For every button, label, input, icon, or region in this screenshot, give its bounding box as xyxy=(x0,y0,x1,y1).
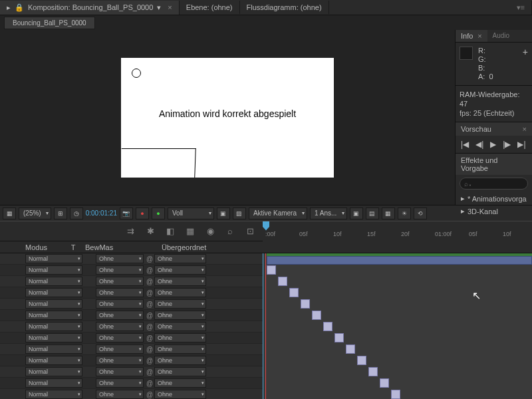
layer-row[interactable]: NormalOhne@Ohne xyxy=(0,253,263,265)
current-time-line[interactable] xyxy=(265,253,266,399)
layer-bar[interactable] xyxy=(267,265,276,275)
layer-bar[interactable] xyxy=(391,390,400,399)
panel-menu-icon[interactable]: ▾≡ xyxy=(510,1,532,15)
mode-dropdown[interactable]: Normal xyxy=(25,288,82,297)
trackmatte-dropdown[interactable]: Ohne xyxy=(96,277,144,286)
layer-bar[interactable] xyxy=(346,344,355,354)
views-dropdown[interactable]: 1 Ans... xyxy=(310,207,347,219)
col-parent[interactable]: Übergeordnet xyxy=(156,243,229,251)
dropdown-icon[interactable]: ▾ xyxy=(157,3,161,12)
last-frame-icon[interactable]: ▶| xyxy=(517,140,525,149)
toggle-icon[interactable]: ▦ xyxy=(382,207,395,219)
composition-bar[interactable] xyxy=(267,256,532,265)
pickwhip-icon[interactable]: @ xyxy=(145,368,154,376)
pickwhip-icon[interactable]: @ xyxy=(145,267,154,274)
quality-dropdown[interactable]: Voll xyxy=(168,207,214,219)
pickwhip-icon[interactable]: @ xyxy=(145,380,154,387)
pickwhip-icon[interactable]: @ xyxy=(145,357,154,364)
toggle-icon[interactable]: ▤ xyxy=(366,207,379,219)
exposure-icon[interactable]: ☀ xyxy=(398,207,411,219)
pickwhip-icon[interactable]: @ xyxy=(145,312,154,319)
shy-icon[interactable]: ◧ xyxy=(163,225,178,238)
parent-dropdown[interactable]: Ohne xyxy=(154,311,206,320)
trackmatte-dropdown[interactable]: Ohne xyxy=(96,265,144,275)
mode-dropdown[interactable]: Normal xyxy=(25,299,82,309)
timecode-icon[interactable]: ◷ xyxy=(70,207,83,219)
file-tab[interactable]: Bouncing_Ball_PS_0000 xyxy=(4,17,95,29)
layer-bar[interactable] xyxy=(357,356,366,365)
region-icon[interactable]: ▣ xyxy=(217,207,230,219)
layer-row[interactable]: NormalOhne@Ohne xyxy=(0,287,263,299)
snapshot-icon[interactable]: 📷 xyxy=(120,207,133,219)
toggle-icon[interactable]: ▣ xyxy=(350,207,363,219)
transparency-icon[interactable]: ▨ xyxy=(233,207,246,219)
graph-icon[interactable]: ⇉ xyxy=(123,225,138,238)
refresh-icon[interactable]: ⟲ xyxy=(414,207,427,219)
composition-viewer[interactable]: Animation wird korrekt abgespielt xyxy=(0,30,455,205)
sun-icon[interactable]: ✱ xyxy=(143,225,158,238)
layer-row[interactable]: NormalOhne@Ohne xyxy=(0,355,263,366)
mode-dropdown[interactable]: Normal xyxy=(25,356,82,365)
layer-row[interactable]: NormalOhne@Ohne xyxy=(0,366,263,378)
trackmatte-dropdown[interactable]: Ohne xyxy=(96,311,144,320)
parent-dropdown[interactable]: Ohne xyxy=(154,390,206,399)
col-modus[interactable]: Modus xyxy=(0,243,66,251)
switch-icon[interactable]: ⊡ xyxy=(243,225,257,238)
next-frame-icon[interactable]: |▶ xyxy=(503,140,511,149)
layer-row[interactable]: NormalOhne@Ohne xyxy=(0,310,263,321)
parent-dropdown[interactable]: Ohne xyxy=(154,299,206,309)
playhead-icon[interactable] xyxy=(263,221,269,231)
camera-dropdown[interactable]: Aktive Kamera xyxy=(249,207,307,219)
search-icon[interactable]: ⌕ xyxy=(223,225,237,238)
parent-dropdown[interactable]: Ohne xyxy=(154,367,206,376)
channel-icon[interactable]: ● xyxy=(136,207,149,219)
trackmatte-dropdown[interactable]: Ohne xyxy=(96,333,144,342)
grid-icon[interactable]: ▦ xyxy=(3,207,16,219)
parent-dropdown[interactable]: Ohne xyxy=(154,265,206,275)
add-icon[interactable]: + xyxy=(523,47,528,81)
effects-search[interactable]: ⌕▾ xyxy=(460,178,528,190)
tab-audio[interactable]: Audio xyxy=(487,30,515,42)
layer-bar[interactable] xyxy=(301,299,310,309)
mode-dropdown[interactable]: Normal xyxy=(25,333,82,342)
parent-dropdown[interactable]: Ohne xyxy=(154,356,206,365)
layer-row[interactable]: NormalOhne@Ohne xyxy=(0,321,263,332)
res-icon[interactable]: ⊞ xyxy=(54,207,67,219)
trackmatte-dropdown[interactable]: Ohne xyxy=(96,356,144,365)
layer-row[interactable]: NormalOhne@Ohne xyxy=(0,344,263,355)
col-t[interactable]: T xyxy=(66,243,80,251)
layer-row[interactable]: NormalOhne@Ohne xyxy=(0,276,263,287)
track-area[interactable] xyxy=(263,253,532,399)
blur-icon[interactable]: ▦ xyxy=(183,225,198,238)
mode-dropdown[interactable]: Normal xyxy=(25,254,82,263)
parent-dropdown[interactable]: Ohne xyxy=(154,333,206,342)
fx-icon[interactable]: ◉ xyxy=(203,225,217,238)
mode-dropdown[interactable]: Normal xyxy=(25,390,82,399)
layer-bar[interactable] xyxy=(380,378,389,388)
trackmatte-dropdown[interactable]: Ohne xyxy=(96,299,144,309)
mode-dropdown[interactable]: Normal xyxy=(25,322,82,331)
layer-row[interactable]: NormalOhne@Ohne xyxy=(0,378,263,389)
zoom-dropdown[interactable]: (25%) xyxy=(19,207,51,219)
tab-flowchart[interactable]: Flussdiagramm: (ohne) xyxy=(240,1,329,14)
layer-bar[interactable] xyxy=(289,288,299,297)
pickwhip-icon[interactable]: @ xyxy=(145,278,154,285)
close-icon[interactable]: × xyxy=(477,32,481,40)
tree-item-3d[interactable]: ▸3D-Kanal xyxy=(456,205,532,217)
play-icon[interactable]: ▶ xyxy=(490,140,496,149)
trackmatte-dropdown[interactable]: Ohne xyxy=(96,288,144,297)
parent-dropdown[interactable]: Ohne xyxy=(154,344,206,354)
trackmatte-dropdown[interactable]: Ohne xyxy=(96,390,144,399)
mode-dropdown[interactable]: Normal xyxy=(25,378,82,388)
layer-bar[interactable] xyxy=(312,311,321,320)
pickwhip-icon[interactable]: @ xyxy=(145,301,154,308)
parent-dropdown[interactable]: Ohne xyxy=(154,277,206,286)
playhead-line[interactable] xyxy=(263,253,263,399)
trackmatte-dropdown[interactable]: Ohne xyxy=(96,322,144,331)
mode-dropdown[interactable]: Normal xyxy=(25,344,82,354)
pickwhip-icon[interactable]: @ xyxy=(145,334,154,342)
time-ruler[interactable]: :00f05f10f15f20f01:00f05f10f xyxy=(263,221,532,241)
layer-row[interactable]: NormalOhne@Ohne xyxy=(0,265,263,276)
layer-row[interactable]: NormalOhne@Ohne xyxy=(0,332,263,344)
col-bewmas[interactable]: BewMas xyxy=(80,243,156,251)
